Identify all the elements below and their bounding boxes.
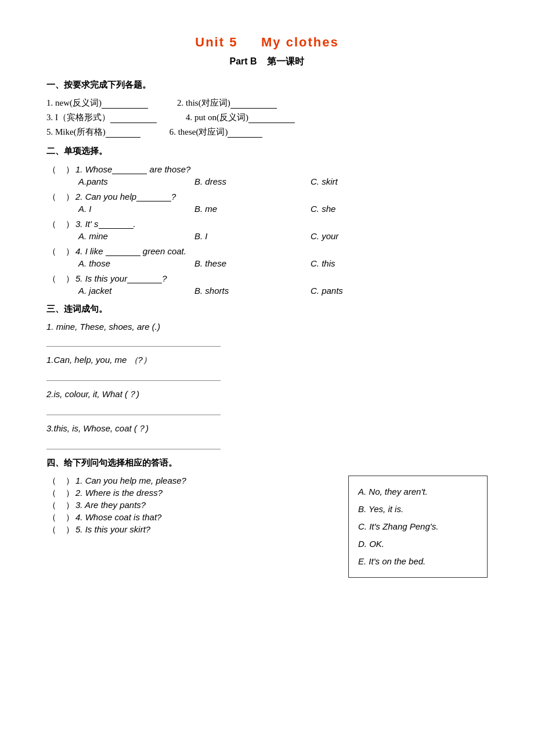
- s4-q1-text: 1. Can you help me, please?: [75, 476, 337, 485]
- q6: 6. these(对应词): [169, 127, 263, 138]
- mc-q3-options: A. mine B. I C. your: [46, 231, 488, 241]
- s4-ansB: B. Yes, it is.: [358, 501, 478, 518]
- s4-q3-row: （ ） 3. Are they pants?: [46, 500, 337, 511]
- q3-blank[interactable]: [110, 113, 157, 123]
- mc-q4-question: 4. I like green coat.: [75, 246, 488, 256]
- sub-title: Part B 第一课时: [46, 56, 488, 68]
- section1-row3: 5. Mike(所有格) 6. these(对应词): [46, 127, 488, 138]
- unit-label: Unit 5: [195, 35, 237, 49]
- section1-row1: 1. new(反义词) 2. this(对应词): [46, 98, 488, 109]
- mc-q2-optB: B. me: [194, 204, 311, 214]
- q5-blank[interactable]: [106, 127, 140, 138]
- s4-q3-text: 3. Are they pants?: [75, 500, 337, 510]
- q4-blank[interactable]: [248, 113, 295, 123]
- q4: 4. put on(反义词): [186, 112, 295, 123]
- mc-q5-question: 5. Is this your?: [75, 273, 488, 283]
- q2: 2. this(对应词): [177, 98, 277, 109]
- mc-q5-optB: B. shorts: [194, 286, 311, 296]
- lesson-label: 第一课时: [267, 56, 304, 66]
- mc-q2-blank[interactable]: [136, 191, 171, 201]
- mc-q1-bracket: （ ）: [46, 164, 75, 175]
- mc-q4-row: （ ） 4. I like green coat.: [46, 246, 488, 257]
- mc-q2-options: A. I B. me C. she: [46, 204, 488, 214]
- s4-q2-bracket: （ ）: [46, 488, 75, 499]
- s3-q4: 3.this, is, Whose, coat (？): [46, 423, 488, 434]
- q1: 1. new(反义词): [46, 98, 148, 109]
- s4-q4-row: （ ） 4. Whose coat is that?: [46, 512, 337, 523]
- mc-q1-question: 1. Whose are those?: [75, 164, 488, 174]
- s4-q5-text: 5. Is this your skirt?: [75, 524, 337, 534]
- q2-blank[interactable]: [230, 98, 277, 109]
- mc-q4-options: A. those B. these C. this: [46, 258, 488, 268]
- s4-q5-bracket: （ ）: [46, 524, 75, 535]
- mc-q1-blank[interactable]: [112, 164, 147, 174]
- unit-name: My clothes: [261, 35, 339, 49]
- s3-q1-line[interactable]: [46, 334, 221, 347]
- s3-q3-line[interactable]: [46, 402, 221, 415]
- mc-q4-optB: B. these: [194, 258, 311, 268]
- section2-title: 二、单项选择。: [46, 146, 488, 157]
- mc-q3-bracket: （ ）: [46, 219, 75, 230]
- s3-q3: 2.is, colour, it, What (？): [46, 389, 488, 400]
- mc-q5-optC: C. pants: [311, 286, 427, 296]
- mc-q5-options: A. jacket B. shorts C. pants: [46, 286, 488, 296]
- mc-q3-optB: B. I: [194, 231, 311, 241]
- s4-q4-bracket: （ ）: [46, 512, 75, 523]
- s4-ansA: A. No, they aren't.: [358, 483, 478, 501]
- mc-q3-row: （ ） 3. It' s.: [46, 218, 488, 230]
- q6-blank[interactable]: [228, 127, 262, 138]
- part-label: Part B: [230, 56, 257, 66]
- mc-q3-question: 3. It' s.: [75, 218, 488, 229]
- section4-answers-box: A. No, they aren't. B. Yes, it is. C. It…: [348, 476, 488, 578]
- mc-q5-row: （ ） 5. Is this your?: [46, 273, 488, 285]
- s4-ansE: E. It's on the bed.: [358, 553, 478, 570]
- s3-q2-line[interactable]: [46, 368, 221, 381]
- section3-title: 三、连词成句。: [46, 304, 488, 315]
- mc-q5-optA: A. jacket: [78, 286, 194, 296]
- section4-container: （ ） 1. Can you help me, please? （ ） 2. W…: [46, 476, 488, 578]
- mc-q2-question: 2. Can you help?: [75, 191, 488, 201]
- mc-q1-optC: C. skirt: [311, 177, 427, 186]
- mc-q4-blank[interactable]: [106, 246, 140, 256]
- mc-q3-optA: A. mine: [78, 231, 194, 241]
- section1-row2: 3. I（宾格形式） 4. put on(反义词): [46, 112, 488, 123]
- mc-q1-optA: A.pants: [78, 177, 194, 186]
- s4-q4-text: 4. Whose coat is that?: [75, 512, 337, 522]
- mc-q5-bracket: （ ）: [46, 273, 75, 285]
- mc-q4-bracket: （ ）: [46, 246, 75, 257]
- main-title: Unit 5 My clothes: [46, 35, 488, 50]
- mc-q2-optA: A. I: [78, 204, 194, 214]
- s4-ansC: C. It's Zhang Peng's.: [358, 518, 478, 535]
- q5: 5. Mike(所有格): [46, 127, 140, 138]
- section1-title: 一、按要求完成下列各题。: [46, 80, 488, 91]
- s4-q1-bracket: （ ）: [46, 476, 75, 487]
- mc-q4-optA: A. those: [78, 258, 194, 268]
- s4-q5-row: （ ） 5. Is this your skirt?: [46, 524, 337, 535]
- s3-q4-line[interactable]: [46, 437, 221, 449]
- mc-q1-row: （ ） 1. Whose are those?: [46, 164, 488, 175]
- s4-ansD: D. OK.: [358, 535, 478, 553]
- mc-q3-blank[interactable]: [99, 218, 134, 229]
- s3-q1: 1. mine, These, shoes, are (.): [46, 322, 488, 332]
- s4-q2-row: （ ） 2. Where is the dress?: [46, 488, 337, 499]
- mc-q4-optC: C. this: [311, 258, 427, 268]
- mc-q3-optC: C. your: [311, 231, 427, 241]
- section4-title: 四、给下列问句选择相应的答语。: [46, 458, 488, 469]
- mc-q1-options: A.pants B. dress C. skirt: [46, 177, 488, 186]
- s4-q1-row: （ ） 1. Can you help me, please?: [46, 476, 337, 487]
- s4-q2-text: 2. Where is the dress?: [75, 488, 337, 498]
- mc-q5-blank[interactable]: [127, 273, 162, 283]
- q3: 3. I（宾格形式）: [46, 112, 157, 123]
- mc-q2-optC: C. she: [311, 204, 427, 214]
- q1-blank[interactable]: [102, 98, 148, 109]
- mc-q2-bracket: （ ）: [46, 192, 75, 203]
- section4-questions: （ ） 1. Can you help me, please? （ ） 2. W…: [46, 476, 337, 578]
- mc-q2-row: （ ） 2. Can you help?: [46, 191, 488, 203]
- mc-q1-optB: B. dress: [194, 177, 311, 186]
- s3-q2: 1.Can, help, you, me （?）: [46, 355, 488, 366]
- s4-q3-bracket: （ ）: [46, 500, 75, 511]
